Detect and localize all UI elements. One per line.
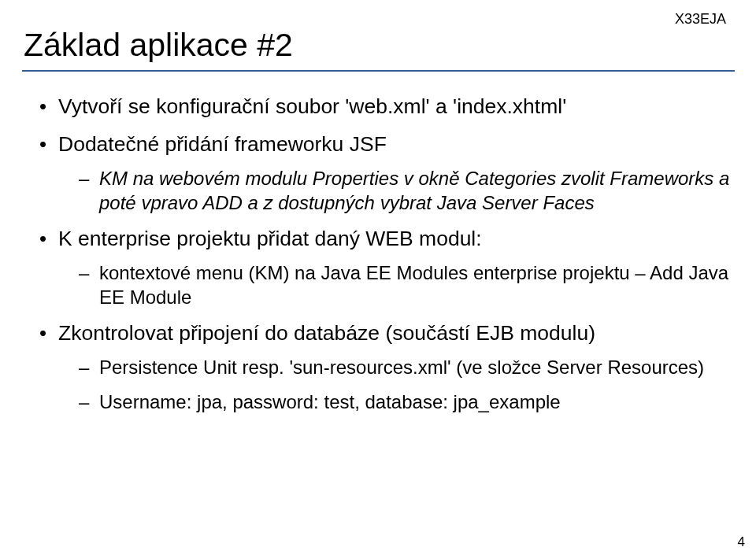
sub-bullet-list: KM na webovém modulu Properties v okně C… [77, 166, 731, 215]
bullet-text: K enterprise projektu přidat daný WEB mo… [58, 227, 482, 250]
bullet-text: Zkontrolovat připojení do databáze (souč… [58, 321, 595, 345]
sub-bullet-list: Persistence Unit resp. 'sun-resources.xm… [77, 355, 731, 413]
slide-content: Vytvoří se konfigurační soubor 'web.xml'… [35, 94, 731, 414]
sub-bullet-text: KM na webovém modulu Properties v okně C… [99, 168, 729, 213]
header-code: X33EJA [675, 11, 726, 28]
bullet-item: Vytvoří se konfigurační soubor 'web.xml'… [35, 94, 731, 120]
sub-bullet-item: Persistence Unit resp. 'sun-resources.xm… [77, 355, 731, 379]
bullet-item: Dodatečné přidání frameworku JSF KM na w… [35, 131, 731, 215]
sub-bullet-text: Username: jpa, password: test, database:… [99, 391, 561, 412]
sub-bullet-item: KM na webovém modulu Properties v okně C… [77, 166, 731, 215]
sub-bullet-list: kontextové menu (KM) na Java EE Modules … [77, 261, 731, 309]
bullet-list: Vytvoří se konfigurační soubor 'web.xml'… [35, 94, 731, 414]
slide-title: Základ aplikace #2 [24, 27, 731, 64]
bullet-item: K enterprise projektu přidat daný WEB mo… [35, 226, 731, 309]
sub-bullet-item: Username: jpa, password: test, database:… [77, 390, 731, 414]
slide: X33EJA Základ aplikace #2 Vytvoří se kon… [0, 0, 756, 558]
sub-bullet-text: kontextové menu (KM) na Java EE Modules … [99, 262, 728, 308]
sub-bullet-item: kontextové menu (KM) na Java EE Modules … [77, 261, 731, 309]
bullet-text: Dodatečné přidání frameworku JSF [58, 132, 387, 156]
bullet-item: Zkontrolovat připojení do databáze (souč… [35, 320, 731, 413]
sub-bullet-text: Persistence Unit resp. 'sun-resources.xm… [99, 357, 704, 378]
page-number: 4 [738, 534, 745, 550]
title-divider [22, 70, 735, 72]
bullet-text: Vytvoří se konfigurační soubor 'web.xml'… [58, 94, 566, 118]
